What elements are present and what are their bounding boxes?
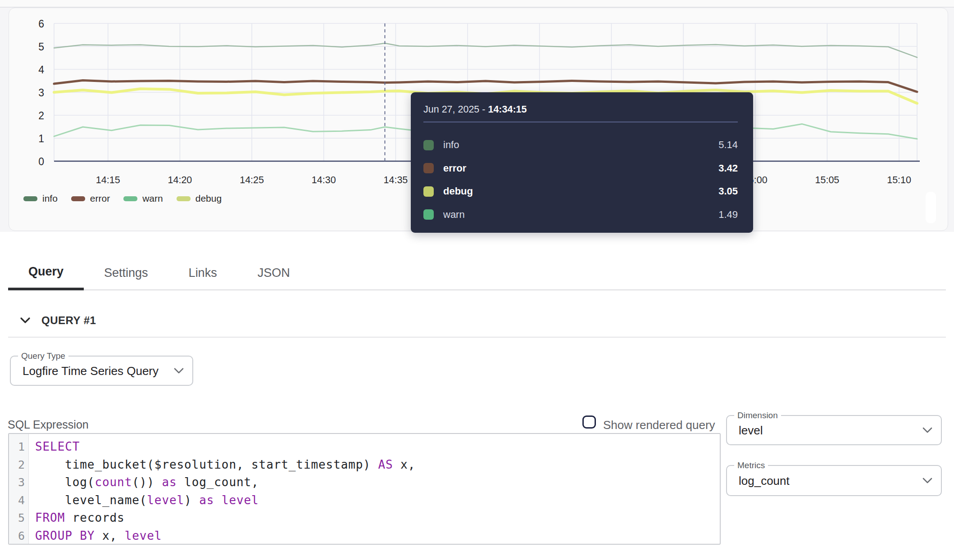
show-rendered-query-label[interactable]: Show rendered query xyxy=(603,418,715,432)
scrollbar-thumb[interactable] xyxy=(926,192,936,223)
tab-json[interactable]: JSON xyxy=(237,255,310,290)
tooltip-row-info: info 5.14 xyxy=(423,134,738,157)
warn-chip-icon xyxy=(423,209,434,220)
tab-query[interactable]: Query xyxy=(8,255,84,290)
info-swatch-icon xyxy=(23,196,37,201)
debug-chip-icon xyxy=(423,186,434,197)
chart-legend: info error warn debug xyxy=(23,193,222,204)
tooltip-row-value: 3.42 xyxy=(718,163,738,174)
query-type-label: Query Type xyxy=(18,351,68,361)
tooltip-timestamp: Jun 27, 2025 - 14:34:15 xyxy=(423,92,738,115)
legend-label: debug xyxy=(195,193,222,204)
tooltip-date: Jun 27, 2025 - xyxy=(423,104,488,115)
chevron-down-icon xyxy=(20,317,31,324)
tooltip-row-label: info xyxy=(443,139,459,151)
legend-label: error xyxy=(90,193,110,204)
tooltip-rows: info 5.14 error 3.42 debug 3.05 warn 1.4… xyxy=(423,134,738,226)
query-section-divider xyxy=(8,337,946,338)
debug-swatch-icon xyxy=(177,196,191,201)
dimension-value: level xyxy=(739,423,763,437)
tooltip-row-value: 3.05 xyxy=(718,185,738,197)
tooltip-row-label: warn xyxy=(443,209,465,221)
legend-label: info xyxy=(42,193,58,204)
info-chip-icon xyxy=(423,140,434,150)
query-1-collapse-header[interactable]: QUERY #1 xyxy=(20,314,96,327)
legend-item-warn[interactable]: warn xyxy=(123,193,163,204)
chart-tooltip: Jun 27, 2025 - 14:34:15 info 5.14 error … xyxy=(411,92,753,233)
tooltip-row-value: 5.14 xyxy=(718,139,738,151)
chevron-down-icon xyxy=(922,427,933,434)
dimension-select[interactable]: Dimension level xyxy=(726,415,942,445)
sql-code[interactable]: SELECT time_bucket($resolution, start_ti… xyxy=(29,434,415,544)
error-swatch-icon xyxy=(71,196,85,201)
tooltip-divider xyxy=(423,122,738,122)
dimension-label: Dimension xyxy=(734,411,781,420)
legend-item-error[interactable]: error xyxy=(71,193,110,204)
tooltip-row-debug: debug 3.05 xyxy=(423,180,738,203)
warn-swatch-icon xyxy=(123,196,137,201)
metrics-label: Metrics xyxy=(734,461,768,470)
sql-expression-label: SQL Expression xyxy=(8,418,89,431)
legend-item-info[interactable]: info xyxy=(23,193,58,204)
show-rendered-query-checkbox[interactable] xyxy=(582,415,596,429)
metrics-value: log_count xyxy=(739,474,790,488)
query-type-value: Logfire Time Series Query xyxy=(23,364,159,378)
tab-bar: Query Settings Links JSON xyxy=(8,255,310,290)
query-1-title: QUERY #1 xyxy=(41,314,96,327)
tooltip-row-label: error xyxy=(443,163,466,174)
legend-label: warn xyxy=(142,193,163,204)
error-chip-icon xyxy=(423,163,434,173)
tooltip-row-warn: warn 1.49 xyxy=(423,203,738,226)
top-divider xyxy=(0,0,954,8)
line-number-gutter: 123456 xyxy=(9,434,29,544)
chevron-down-icon xyxy=(173,368,184,374)
sql-code-editor[interactable]: 123456 SELECT time_bucket($resolution, s… xyxy=(8,433,721,545)
tab-links[interactable]: Links xyxy=(168,255,237,290)
tooltip-row-error: error 3.42 xyxy=(423,157,738,180)
tooltip-row-value: 1.49 xyxy=(718,209,738,221)
legend-item-debug[interactable]: debug xyxy=(177,193,222,204)
tooltip-row-label: debug xyxy=(443,185,473,197)
chevron-down-icon xyxy=(922,478,933,484)
tooltip-time: 14:34:15 xyxy=(488,104,527,115)
query-type-select[interactable]: Query Type Logfire Time Series Query xyxy=(10,356,193,386)
metrics-select[interactable]: Metrics log_count xyxy=(726,465,942,496)
tab-settings[interactable]: Settings xyxy=(84,255,168,290)
